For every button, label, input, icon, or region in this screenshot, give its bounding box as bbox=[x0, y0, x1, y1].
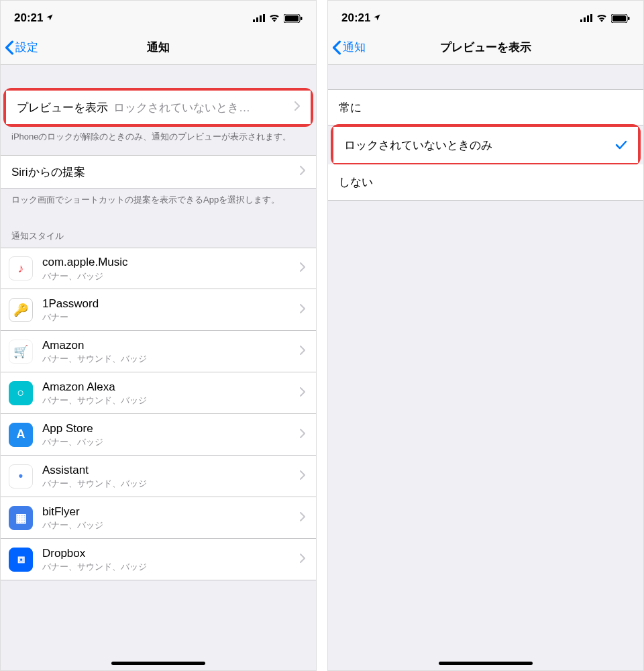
app-detail: バナー、サウンド、バッジ bbox=[42, 478, 294, 489]
chevron-right-icon bbox=[300, 470, 305, 482]
battery-icon bbox=[611, 14, 630, 23]
app-name: Amazon Alexa bbox=[42, 380, 294, 394]
app-icon: ○ bbox=[9, 381, 33, 405]
back-label: 設定 bbox=[15, 40, 38, 55]
app-icon: ⧈ bbox=[9, 548, 33, 572]
app-row[interactable]: ▦bitFlyerバナー、バッジ bbox=[1, 497, 316, 539]
chevron-right-icon bbox=[300, 304, 305, 316]
siri-footer: ロック画面でショートカットの提案を表示できるAppを選択します。 bbox=[1, 189, 316, 218]
chevron-right-icon bbox=[300, 429, 305, 441]
app-detail: バナー、サウンド、バッジ bbox=[42, 562, 294, 572]
app-icon: 🛒 bbox=[9, 340, 33, 364]
chevron-right-icon bbox=[300, 262, 305, 274]
status-time: 20:21 bbox=[341, 11, 370, 25]
svg-rect-5 bbox=[285, 15, 299, 21]
cellular-icon bbox=[253, 14, 265, 22]
app-row[interactable]: 🛒Amazonバナー、サウンド、バッジ bbox=[1, 331, 316, 372]
preview-value: ロックされていないとき… bbox=[113, 100, 289, 115]
check-icon bbox=[615, 138, 627, 153]
status-time-area: 20:21 bbox=[341, 11, 381, 25]
app-row[interactable]: AApp Storeバナー、バッジ bbox=[1, 414, 316, 456]
app-detail: バナー、バッジ bbox=[42, 520, 294, 531]
nav-bar: 設定 通知 bbox=[1, 30, 316, 65]
app-row[interactable]: ⧈Dropboxバナー、サウンド、バッジ bbox=[1, 539, 316, 580]
location-icon bbox=[373, 11, 381, 25]
app-icon: ▦ bbox=[9, 506, 33, 530]
status-icons bbox=[253, 14, 303, 23]
status-bar: 20:21 bbox=[328, 1, 643, 30]
option-label: 常に bbox=[339, 100, 633, 115]
chevron-right-icon bbox=[300, 554, 305, 566]
app-icon: • bbox=[9, 464, 33, 488]
phone-right: 20:21 通知 プレビューを表示 常にロックされていないときのみしない bbox=[327, 0, 644, 671]
back-button[interactable]: 設定 bbox=[5, 40, 38, 55]
siri-row[interactable]: Siriからの提案 bbox=[1, 155, 316, 189]
status-time-area: 20:21 bbox=[14, 11, 54, 25]
option-label: ロックされていないときのみ bbox=[344, 138, 615, 153]
cellular-icon bbox=[580, 14, 592, 22]
option-row[interactable]: ロックされていないときのみ bbox=[333, 127, 638, 163]
svg-rect-2 bbox=[260, 15, 262, 22]
svg-rect-9 bbox=[587, 15, 589, 22]
app-row[interactable]: 🔑1Passwordバナー bbox=[1, 289, 316, 331]
svg-rect-0 bbox=[253, 19, 255, 22]
status-time: 20:21 bbox=[14, 11, 43, 25]
app-name: Dropbox bbox=[42, 547, 294, 560]
preview-label: プレビューを表示 bbox=[17, 100, 108, 115]
option-row[interactable]: 常に bbox=[328, 89, 643, 125]
svg-rect-7 bbox=[580, 19, 582, 22]
app-detail: バナー、バッジ bbox=[42, 437, 294, 448]
svg-rect-3 bbox=[263, 14, 265, 22]
preview-row[interactable]: プレビューを表示 ロックされていないとき… bbox=[6, 91, 311, 124]
location-icon bbox=[46, 11, 54, 25]
battery-icon bbox=[284, 14, 303, 23]
app-row[interactable]: ♪com.apple.Musicバナー、バッジ bbox=[1, 248, 316, 289]
svg-rect-13 bbox=[628, 17, 630, 20]
chevron-right-icon bbox=[300, 165, 305, 178]
back-label: 通知 bbox=[343, 40, 366, 55]
app-name: com.apple.Music bbox=[42, 256, 294, 269]
app-name: 1Password bbox=[42, 297, 294, 311]
home-indicator[interactable] bbox=[439, 662, 533, 665]
content-area: プレビューを表示 ロックされていないとき… iPhoneのロックが解除のときのみ… bbox=[1, 65, 316, 670]
phone-left: 20:21 設定 通知 プレビューを表示 bbox=[0, 0, 317, 671]
svg-rect-10 bbox=[590, 14, 592, 22]
highlight-preview-row: プレビューを表示 ロックされていないとき… bbox=[3, 88, 313, 127]
status-icons bbox=[580, 14, 630, 23]
back-button[interactable]: 通知 bbox=[332, 40, 366, 55]
svg-rect-6 bbox=[301, 17, 303, 20]
chevron-right-icon bbox=[300, 346, 305, 358]
chevron-left-icon bbox=[332, 40, 341, 55]
svg-rect-8 bbox=[584, 17, 586, 22]
app-detail: バナー、サウンド、バッジ bbox=[42, 395, 294, 406]
preview-footer: iPhoneのロックが解除のときのみ、通知のプレビューが表示されます。 bbox=[1, 125, 316, 155]
app-name: App Store bbox=[42, 422, 294, 435]
siri-label: Siriからの提案 bbox=[11, 164, 85, 180]
app-row[interactable]: •Assistantバナー、サウンド、バッジ bbox=[1, 456, 316, 497]
status-bar: 20:21 bbox=[1, 1, 316, 30]
app-name: bitFlyer bbox=[42, 505, 294, 519]
style-header: 通知スタイル bbox=[1, 218, 316, 248]
app-icon: 🔑 bbox=[9, 298, 33, 322]
chevron-right-icon bbox=[300, 512, 305, 524]
svg-rect-1 bbox=[256, 17, 258, 22]
chevron-right-icon bbox=[294, 101, 300, 114]
svg-rect-12 bbox=[612, 15, 626, 21]
chevron-left-icon bbox=[5, 40, 14, 55]
app-icon: ♪ bbox=[9, 256, 33, 280]
app-detail: バナー、バッジ bbox=[42, 271, 294, 282]
wifi-icon bbox=[269, 14, 280, 22]
option-label: しない bbox=[339, 174, 633, 190]
nav-bar: 通知 プレビューを表示 bbox=[328, 30, 643, 65]
option-row[interactable]: しない bbox=[328, 164, 643, 201]
chevron-right-icon bbox=[300, 387, 305, 399]
app-name: Assistant bbox=[42, 464, 294, 477]
content-area: 常にロックされていないときのみしない bbox=[328, 65, 643, 670]
app-name: Amazon bbox=[42, 339, 294, 352]
app-icon: A bbox=[9, 423, 33, 447]
app-detail: バナー、サウンド、バッジ bbox=[42, 354, 294, 364]
highlight-selected-option: ロックされていないときのみ bbox=[331, 124, 641, 166]
app-detail: バナー bbox=[42, 312, 294, 323]
home-indicator[interactable] bbox=[111, 662, 205, 665]
app-row[interactable]: ○Amazon Alexaバナー、サウンド、バッジ bbox=[1, 372, 316, 414]
